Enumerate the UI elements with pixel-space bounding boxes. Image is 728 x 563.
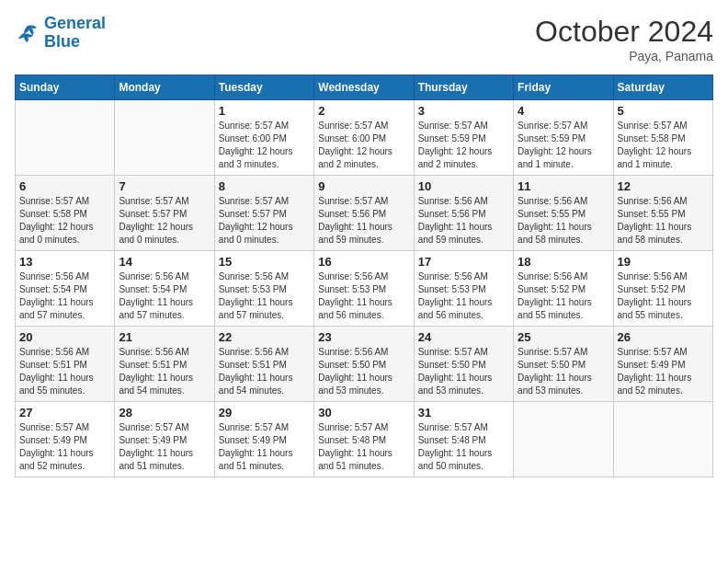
day-detail: Sunrise: 5:57 AM Sunset: 6:00 PM Dayligh…: [219, 120, 310, 171]
day-detail: Sunrise: 5:56 AM Sunset: 5:52 PM Dayligh…: [618, 270, 709, 322]
location: Paya, Panama: [535, 49, 713, 63]
day-detail: Sunrise: 5:57 AM Sunset: 6:00 PM Dayligh…: [318, 120, 409, 171]
calendar-cell: 14Sunrise: 5:56 AM Sunset: 5:54 PM Dayli…: [115, 251, 214, 327]
day-number: 11: [518, 179, 609, 193]
day-number: 7: [119, 179, 210, 193]
day-number: 21: [119, 330, 210, 344]
weekday-header-tuesday: Tuesday: [214, 75, 313, 100]
day-detail: Sunrise: 5:57 AM Sunset: 5:58 PM Dayligh…: [618, 120, 709, 171]
calendar-cell: 17Sunrise: 5:56 AM Sunset: 5:53 PM Dayli…: [414, 251, 513, 327]
day-number: 18: [518, 255, 609, 269]
calendar-cell: 22Sunrise: 5:56 AM Sunset: 5:51 PM Dayli…: [214, 327, 313, 402]
day-detail: Sunrise: 5:57 AM Sunset: 5:48 PM Dayligh…: [318, 421, 409, 473]
day-detail: Sunrise: 5:57 AM Sunset: 5:50 PM Dayligh…: [518, 346, 609, 397]
calendar-cell: 3Sunrise: 5:57 AM Sunset: 5:59 PM Daylig…: [414, 100, 513, 176]
day-detail: Sunrise: 5:56 AM Sunset: 5:53 PM Dayligh…: [418, 270, 509, 322]
day-detail: Sunrise: 5:56 AM Sunset: 5:51 PM Dayligh…: [219, 346, 310, 397]
calendar-cell: 4Sunrise: 5:57 AM Sunset: 5:59 PM Daylig…: [514, 100, 613, 176]
day-number: 9: [318, 179, 409, 193]
page-header: General Blue October 2024 Paya, Panama: [15, 15, 713, 63]
calendar-cell: [613, 402, 712, 477]
title-block: October 2024 Paya, Panama: [535, 15, 713, 63]
day-detail: Sunrise: 5:56 AM Sunset: 5:56 PM Dayligh…: [418, 195, 509, 247]
calendar-cell: 19Sunrise: 5:56 AM Sunset: 5:52 PM Dayli…: [613, 251, 712, 327]
day-detail: Sunrise: 5:57 AM Sunset: 5:49 PM Dayligh…: [618, 346, 709, 397]
day-detail: Sunrise: 5:57 AM Sunset: 5:49 PM Dayligh…: [119, 421, 210, 473]
calendar-week-2: 6Sunrise: 5:57 AM Sunset: 5:58 PM Daylig…: [16, 176, 713, 251]
day-detail: Sunrise: 5:57 AM Sunset: 5:57 PM Dayligh…: [219, 195, 310, 247]
day-detail: Sunrise: 5:57 AM Sunset: 5:59 PM Dayligh…: [518, 120, 609, 171]
day-number: 3: [418, 104, 509, 118]
calendar-cell: 27Sunrise: 5:57 AM Sunset: 5:49 PM Dayli…: [16, 402, 115, 477]
day-detail: Sunrise: 5:56 AM Sunset: 5:55 PM Dayligh…: [518, 195, 609, 247]
calendar-cell: 1Sunrise: 5:57 AM Sunset: 6:00 PM Daylig…: [214, 100, 313, 176]
day-number: 1: [219, 104, 310, 118]
day-detail: Sunrise: 5:57 AM Sunset: 5:57 PM Dayligh…: [119, 195, 210, 247]
day-detail: Sunrise: 5:56 AM Sunset: 5:55 PM Dayligh…: [618, 195, 709, 247]
month-title: October 2024: [535, 15, 713, 49]
calendar-cell: 9Sunrise: 5:57 AM Sunset: 5:56 PM Daylig…: [314, 176, 414, 251]
day-number: 12: [618, 179, 709, 193]
calendar-cell: 10Sunrise: 5:56 AM Sunset: 5:56 PM Dayli…: [414, 176, 513, 251]
day-detail: Sunrise: 5:57 AM Sunset: 5:49 PM Dayligh…: [19, 421, 110, 473]
day-number: 24: [418, 330, 509, 344]
calendar-cell: 24Sunrise: 5:57 AM Sunset: 5:50 PM Dayli…: [414, 327, 513, 402]
calendar-cell: 13Sunrise: 5:56 AM Sunset: 5:54 PM Dayli…: [16, 251, 115, 327]
weekday-header-saturday: Saturday: [613, 75, 712, 100]
day-number: 13: [19, 255, 110, 269]
day-number: 14: [119, 255, 210, 269]
day-number: 27: [19, 406, 110, 419]
calendar-cell: 12Sunrise: 5:56 AM Sunset: 5:55 PM Dayli…: [613, 176, 712, 251]
calendar-cell: 6Sunrise: 5:57 AM Sunset: 5:58 PM Daylig…: [16, 176, 115, 251]
weekday-header-thursday: Thursday: [414, 75, 513, 100]
day-number: 8: [219, 179, 310, 193]
calendar-cell: 21Sunrise: 5:56 AM Sunset: 5:51 PM Dayli…: [115, 327, 214, 402]
day-number: 22: [219, 330, 310, 344]
day-detail: Sunrise: 5:56 AM Sunset: 5:51 PM Dayligh…: [119, 346, 210, 397]
day-detail: Sunrise: 5:56 AM Sunset: 5:52 PM Dayligh…: [518, 270, 609, 322]
calendar-cell: 8Sunrise: 5:57 AM Sunset: 5:57 PM Daylig…: [214, 176, 313, 251]
day-detail: Sunrise: 5:56 AM Sunset: 5:54 PM Dayligh…: [19, 270, 110, 322]
weekday-header-sunday: Sunday: [16, 75, 115, 100]
logo: General Blue: [15, 15, 106, 52]
calendar-table: SundayMondayTuesdayWednesdayThursdayFrid…: [15, 75, 713, 477]
calendar-week-5: 27Sunrise: 5:57 AM Sunset: 5:49 PM Dayli…: [16, 402, 713, 477]
day-number: 28: [119, 406, 210, 419]
calendar-cell: 25Sunrise: 5:57 AM Sunset: 5:50 PM Dayli…: [514, 327, 613, 402]
day-number: 19: [618, 255, 709, 269]
calendar-cell: 28Sunrise: 5:57 AM Sunset: 5:49 PM Dayli…: [115, 402, 214, 477]
day-detail: Sunrise: 5:56 AM Sunset: 5:53 PM Dayligh…: [318, 270, 409, 322]
calendar-cell: 31Sunrise: 5:57 AM Sunset: 5:48 PM Dayli…: [414, 402, 513, 477]
calendar-cell: 11Sunrise: 5:56 AM Sunset: 5:55 PM Dayli…: [514, 176, 613, 251]
calendar-cell: 26Sunrise: 5:57 AM Sunset: 5:49 PM Dayli…: [613, 327, 712, 402]
calendar-cell: 18Sunrise: 5:56 AM Sunset: 5:52 PM Dayli…: [514, 251, 613, 327]
calendar-cell: 5Sunrise: 5:57 AM Sunset: 5:58 PM Daylig…: [613, 100, 712, 176]
calendar-cell: [514, 402, 613, 477]
day-number: 2: [318, 104, 409, 118]
calendar-week-3: 13Sunrise: 5:56 AM Sunset: 5:54 PM Dayli…: [16, 251, 713, 327]
weekday-header-friday: Friday: [514, 75, 613, 100]
day-detail: Sunrise: 5:57 AM Sunset: 5:56 PM Dayligh…: [318, 195, 409, 247]
day-detail: Sunrise: 5:56 AM Sunset: 5:50 PM Dayligh…: [318, 346, 409, 397]
day-detail: Sunrise: 5:57 AM Sunset: 5:58 PM Dayligh…: [19, 195, 110, 247]
day-detail: Sunrise: 5:56 AM Sunset: 5:54 PM Dayligh…: [119, 270, 210, 322]
calendar-cell: [16, 100, 115, 176]
calendar-cell: 16Sunrise: 5:56 AM Sunset: 5:53 PM Dayli…: [314, 251, 414, 327]
day-number: 25: [518, 330, 609, 344]
day-number: 6: [19, 179, 110, 193]
calendar-cell: 20Sunrise: 5:56 AM Sunset: 5:51 PM Dayli…: [16, 327, 115, 402]
day-number: 31: [418, 406, 509, 419]
day-number: 26: [618, 330, 709, 344]
weekday-header-wednesday: Wednesday: [314, 75, 414, 100]
calendar-week-1: 1Sunrise: 5:57 AM Sunset: 6:00 PM Daylig…: [16, 100, 713, 176]
day-number: 16: [318, 255, 409, 269]
day-number: 15: [219, 255, 310, 269]
calendar-cell: [115, 100, 214, 176]
day-number: 17: [418, 255, 509, 269]
day-detail: Sunrise: 5:57 AM Sunset: 5:50 PM Dayligh…: [418, 346, 509, 397]
day-detail: Sunrise: 5:57 AM Sunset: 5:59 PM Dayligh…: [418, 120, 509, 171]
logo-bird-icon: [15, 22, 40, 44]
day-detail: Sunrise: 5:57 AM Sunset: 5:48 PM Dayligh…: [418, 421, 509, 473]
calendar-week-4: 20Sunrise: 5:56 AM Sunset: 5:51 PM Dayli…: [16, 327, 713, 402]
calendar-cell: 29Sunrise: 5:57 AM Sunset: 5:49 PM Dayli…: [214, 402, 313, 477]
